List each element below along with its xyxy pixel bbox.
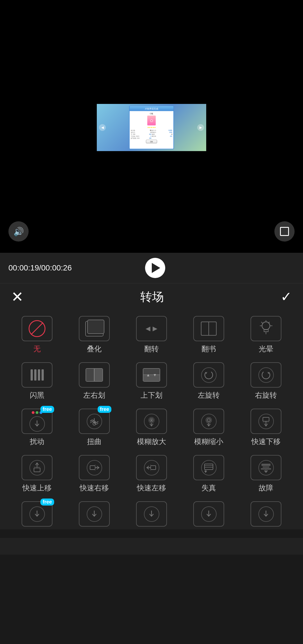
transition-fast-left[interactable]: 快速左移	[126, 455, 177, 493]
fast-down-label: 快速下移	[251, 437, 281, 447]
rotate-l-icon-box	[193, 362, 224, 388]
glitch-label: 故障	[259, 483, 273, 493]
extra4-icon-box	[193, 501, 224, 527]
light-svg	[258, 320, 274, 338]
lr-icon-box	[79, 362, 110, 388]
timeline-area: 00:00:19/00:00:26	[0, 253, 303, 283]
flip-icon-box: ◀ ▶	[136, 316, 167, 341]
transition-rotate-right[interactable]: 右旋转	[241, 362, 291, 400]
dialog-title: 才能养花完成	[130, 106, 173, 111]
stack-label: 叠化	[87, 344, 102, 354]
disturb-dl-icon	[29, 416, 45, 432]
transition-book[interactable]: 翻书	[183, 316, 234, 354]
fullscreen-button[interactable]	[274, 221, 295, 242]
transition-glitch[interactable]: 故障	[241, 455, 291, 493]
svg-rect-41	[261, 468, 271, 470]
svg-point-8	[205, 371, 213, 379]
transition-fast-down[interactable]: 快速下移	[241, 409, 291, 447]
extra1-dl-icon	[29, 506, 45, 522]
transition-distort[interactable]: 失真	[183, 455, 234, 493]
volume-button[interactable]: 🔊	[8, 221, 29, 242]
dialog-char: 🌸	[147, 116, 156, 126]
disturb-label: 扰动	[30, 437, 44, 447]
svg-rect-23	[263, 417, 269, 421]
extra4-dl-icon	[201, 506, 217, 522]
dialog-content: C银 🌸 ★★★★★ 体力值:19 战斗力:14990 攻击力:0 防御力:10…	[130, 111, 173, 145]
svg-rect-32	[151, 466, 156, 470]
rotate-l-icon	[201, 367, 217, 383]
transition-rotate-left[interactable]: 左旋转	[183, 362, 234, 400]
rotate-r-label: 右旋转	[255, 390, 277, 400]
stack-icon	[85, 321, 104, 336]
disturb-icon-box: free	[22, 409, 52, 434]
dialog-ok-btn[interactable]: OK	[146, 140, 157, 144]
video-preview: ◀ ▶ 才能养花完成 C银 🌸 ★★★★★ 体力值:19 战斗力:14990 攻…	[0, 0, 303, 253]
extra3-icon-box	[136, 501, 167, 527]
twist-dl-icon	[87, 414, 102, 429]
fast-left-icon-box	[136, 455, 167, 480]
lr-label: 左右划	[83, 390, 105, 400]
transition-extra-2[interactable]	[69, 501, 120, 529]
nav-arrow-right[interactable]: ▶	[197, 124, 204, 131]
transition-grid: 无 叠化 ◀ ▶ 翻转	[0, 310, 303, 529]
transition-fast-up[interactable]: 快速上移	[12, 455, 62, 493]
svg-point-19	[208, 419, 210, 421]
svg-rect-39	[261, 464, 270, 466]
transition-twist[interactable]: free 扭曲	[69, 409, 120, 447]
blur-out-icon-box	[193, 409, 224, 434]
extra2-icon-box	[79, 501, 110, 527]
fast-left-label: 快速左移	[137, 483, 166, 493]
ud-label: 上下划	[141, 390, 162, 400]
book-label: 翻书	[201, 344, 216, 354]
fast-up-icon-box	[22, 455, 52, 480]
transition-lr[interactable]: 左右划	[69, 362, 120, 400]
game-dialog: 才能养花完成 C银 🌸 ★★★★★ 体力值:19 战斗力:14990 攻击力:0…	[129, 106, 174, 149]
transition-row-4: 快速上移 快速右移	[0, 455, 303, 493]
distort-dl-icon	[201, 460, 217, 475]
svg-point-10	[262, 371, 270, 379]
ud-icon-box: ▲ ▼	[136, 362, 167, 388]
transition-flash[interactable]: 闪黑	[12, 362, 62, 400]
transition-extra-4[interactable]	[183, 501, 234, 529]
fast-up-label: 快速上移	[22, 483, 52, 493]
bottom-spacer	[0, 538, 303, 555]
play-icon	[152, 263, 160, 273]
transition-extra-1[interactable]: free	[12, 501, 62, 529]
transition-fast-right[interactable]: 快速右移	[69, 455, 120, 493]
transition-light[interactable]: 光晕	[241, 316, 291, 354]
transition-none[interactable]: 无	[12, 316, 62, 354]
blur-out-dl-icon	[201, 414, 217, 429]
transition-row-5: free	[0, 501, 303, 529]
blur-out-label: 模糊缩小	[194, 437, 223, 447]
dialog-stars: ★★★★★	[131, 126, 172, 129]
nav-arrow-left[interactable]: ◀	[99, 124, 106, 131]
fast-right-label: 快速右移	[80, 483, 109, 493]
rotate-r-icon	[258, 367, 274, 383]
confirm-button[interactable]: ✓	[281, 290, 292, 304]
transition-disturb[interactable]: free 扰动	[12, 409, 62, 447]
transition-ud[interactable]: ▲ ▼ 上下划	[126, 362, 177, 400]
transition-blur-in[interactable]: 模糊放大	[126, 409, 177, 447]
transition-flip[interactable]: ◀ ▶ 翻转	[126, 316, 177, 354]
rotate-l-label: 左旋转	[198, 390, 220, 400]
extra5-dl-icon	[258, 506, 274, 522]
transition-extra-5[interactable]	[241, 501, 291, 529]
svg-rect-40	[263, 466, 269, 468]
flash-icon-box	[22, 362, 52, 388]
transition-blur-out[interactable]: 模糊缩小	[183, 409, 234, 447]
extra3-dl-icon	[144, 506, 159, 522]
blur-in-icon-box	[136, 409, 167, 434]
twist-badge: free	[98, 406, 111, 413]
fast-right-dl-icon	[87, 460, 102, 475]
light-icon-box	[251, 316, 281, 341]
fast-left-dl-icon	[144, 460, 159, 475]
time-display: 00:00:19/00:00:26	[8, 263, 72, 272]
extra1-badge: free	[40, 499, 54, 506]
stack-icon-box	[79, 316, 110, 341]
close-button[interactable]: ✕	[11, 290, 24, 304]
transition-extra-3[interactable]	[126, 501, 177, 529]
flip-label: 翻转	[144, 344, 159, 354]
play-button[interactable]	[145, 258, 165, 278]
none-icon-box	[22, 316, 52, 341]
transition-stack[interactable]: 叠化	[69, 316, 120, 354]
